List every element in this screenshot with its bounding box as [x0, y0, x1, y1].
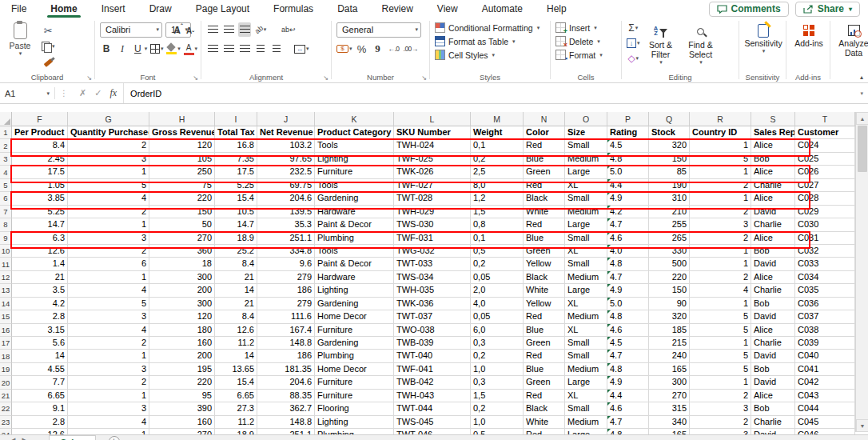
cell-M20[interactable]: 0,3	[471, 376, 524, 389]
cell-J13[interactable]: 186	[257, 284, 315, 297]
cell-J1[interactable]: Net Revenue	[257, 126, 315, 139]
row-header-2[interactable]: 2	[0, 139, 12, 152]
cell-N23[interactable]: White	[524, 416, 565, 429]
cell-R19[interactable]: 5	[690, 363, 751, 376]
sheet-prev-icon[interactable]: ◀	[11, 437, 15, 440]
ribbon-tab-review[interactable]: Review	[380, 1, 414, 17]
cell-Q3[interactable]: 150	[649, 153, 690, 166]
cell-Q1[interactable]: Stock	[649, 126, 690, 139]
cell-F6[interactable]: 3.85	[12, 192, 68, 205]
number-format-combo[interactable]: General▾	[336, 22, 421, 38]
cell-P2[interactable]: 4.5	[607, 139, 649, 152]
cell-H20[interactable]: 220	[149, 376, 215, 389]
ribbon-tab-draw[interactable]: Draw	[148, 1, 173, 17]
cell-J21[interactable]: 88.35	[257, 390, 315, 402]
cell-I13[interactable]: 14	[215, 284, 257, 297]
cell-G8[interactable]: 1	[68, 218, 149, 231]
cell-P18[interactable]: 4.7	[607, 350, 649, 362]
cell-S19[interactable]: Bob	[751, 363, 795, 376]
cell-T12[interactable]: C034	[795, 271, 855, 284]
wrap-text-button[interactable]: ab↩	[281, 22, 296, 37]
formula-input[interactable]: OrderID	[123, 83, 855, 103]
cell-L8[interactable]: TWS-030	[394, 218, 471, 231]
cell-F13[interactable]: 3.5	[12, 284, 68, 297]
cell-L17[interactable]: TWB-039	[394, 337, 471, 350]
cell-L6[interactable]: TWT-028	[394, 192, 471, 205]
cell-N5[interactable]: Red	[524, 179, 565, 192]
cell-L18[interactable]: TWT-040	[394, 350, 471, 362]
cell-H18[interactable]: 200	[149, 350, 215, 362]
cell-J16[interactable]: 167.4	[257, 324, 315, 337]
cell-I10[interactable]: 25.2	[215, 245, 257, 258]
insert-cells-button[interactable]: + Insert▾	[555, 21, 618, 34]
cell-S1[interactable]: Sales Rep	[751, 126, 795, 139]
cell-N12[interactable]: Black	[524, 271, 565, 284]
cell-T23[interactable]: C045	[795, 416, 855, 429]
cell-G7[interactable]: 2	[68, 206, 149, 218]
cell-N4[interactable]: Green	[524, 166, 565, 178]
cell-F22[interactable]: 9.1	[12, 402, 68, 415]
cell-J20[interactable]: 204.6	[257, 376, 315, 389]
scroll-up-icon[interactable]: ▲	[856, 112, 868, 125]
cell-I16[interactable]: 12.6	[215, 324, 257, 337]
cell-H14[interactable]: 300	[149, 298, 215, 310]
comments-button[interactable]: Comments	[709, 2, 789, 17]
cell-O15[interactable]: Medium	[565, 310, 607, 323]
merge-center-button[interactable]: ↔▾	[294, 42, 309, 56]
cell-S16[interactable]: Alice	[751, 324, 795, 337]
cell-N8[interactable]: Red	[524, 218, 565, 231]
row-header-1[interactable]: 1	[0, 126, 12, 139]
delete-cells-button[interactable]: × Delete▾	[555, 34, 618, 48]
cell-J19[interactable]: 181.35	[257, 363, 315, 376]
column-header-Q[interactable]: Q	[649, 112, 690, 126]
cell-N9[interactable]: Blue	[524, 232, 565, 245]
cell-J17[interactable]: 148.8	[257, 337, 315, 350]
cell-O8[interactable]: Large	[565, 218, 607, 231]
cell-T17[interactable]: C039	[795, 337, 855, 350]
grow-font-button[interactable]: Aˆ	[173, 25, 182, 36]
cell-J12[interactable]: 279	[257, 271, 315, 284]
cell-L5[interactable]: TWF-027	[394, 179, 471, 192]
format-cells-button[interactable]: ▪ Format▾	[555, 48, 618, 62]
fill-button[interactable]: ↓▾	[627, 36, 640, 50]
name-box-chevron-icon[interactable]: ▾	[46, 90, 50, 97]
column-header-J[interactable]: J	[257, 112, 315, 126]
clipboard-dialog-launcher[interactable]: ↘	[86, 74, 92, 82]
cell-O14[interactable]: XL	[565, 298, 607, 310]
font-name-combo[interactable]: Calibri▾	[100, 22, 162, 38]
cell-N22[interactable]: Black	[524, 402, 565, 415]
cell-T4[interactable]: C026	[795, 166, 855, 178]
cell-I20[interactable]: 15.4	[215, 376, 257, 389]
cell-O13[interactable]: Large	[565, 284, 607, 297]
cell-I6[interactable]: 15.4	[215, 192, 257, 205]
align-bottom-button[interactable]	[238, 22, 251, 37]
ribbon-tab-help[interactable]: Help	[545, 1, 568, 17]
cell-T10[interactable]: C032	[795, 245, 855, 258]
cell-T5[interactable]: C027	[795, 179, 855, 192]
row-header-5[interactable]: 5	[0, 179, 12, 192]
cell-K10[interactable]: Tools	[315, 245, 394, 258]
cell-I9[interactable]: 18.9	[215, 232, 257, 245]
cell-P11[interactable]: 4.8	[607, 258, 649, 270]
align-center-button[interactable]	[222, 42, 235, 56]
cell-N2[interactable]: Red	[524, 139, 565, 152]
cell-L20[interactable]: TWB-042	[394, 376, 471, 389]
borders-button[interactable]: ▾	[150, 42, 163, 56]
cell-O23[interactable]: Medium	[565, 416, 607, 429]
cell-N13[interactable]: White	[524, 284, 565, 297]
cell-R7[interactable]: 2	[690, 206, 751, 218]
share-button[interactable]: Share ▾	[795, 2, 860, 17]
cell-I23[interactable]: 11.2	[215, 416, 257, 429]
collapse-ribbon-icon[interactable]: ▴	[860, 74, 863, 81]
cell-T7[interactable]: C029	[795, 206, 855, 218]
insert-function-icon[interactable]: fx	[109, 87, 117, 99]
cell-J5[interactable]: 69.75	[257, 179, 315, 192]
cell-G15[interactable]: 3	[68, 310, 149, 323]
cell-S18[interactable]: David	[751, 350, 795, 362]
cell-M18[interactable]: 0,2	[471, 350, 524, 362]
cell-N7[interactable]: White	[524, 206, 565, 218]
ribbon-tab-data[interactable]: Data	[336, 1, 359, 17]
cell-S2[interactable]: Alice	[751, 139, 795, 152]
cell-M16[interactable]: 6,0	[471, 324, 524, 337]
cell-Q11[interactable]: 500	[649, 258, 690, 270]
